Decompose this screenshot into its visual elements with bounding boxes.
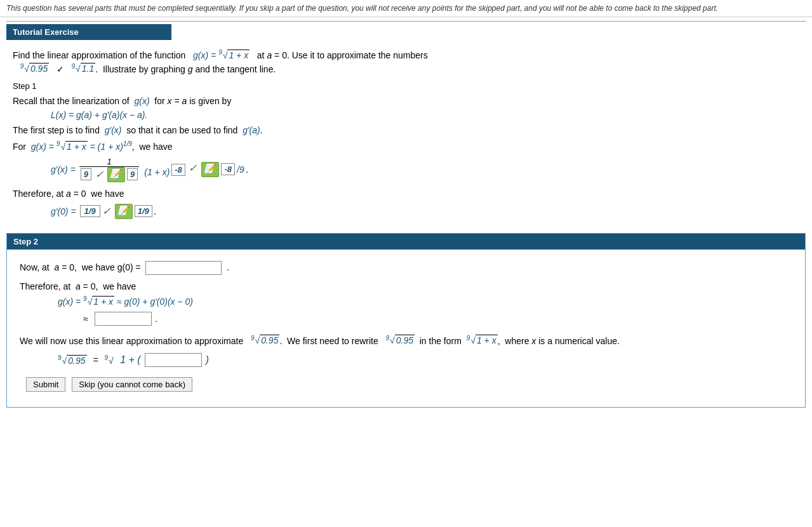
root-equation-line: 9√0.95 = 9√ 1 + ( ) xyxy=(58,353,792,367)
step2-header: Step 2 xyxy=(7,234,805,250)
power-icon[interactable] xyxy=(201,162,219,177)
top-notice: This question has several parts that mus… xyxy=(0,0,812,17)
denominator-editable: 9 xyxy=(127,168,138,180)
skip-button[interactable]: Skip (you cannot come back) xyxy=(72,377,192,392)
gprime-editable: 1/9 xyxy=(135,205,152,217)
gprime-filled: 1/9 xyxy=(80,205,100,217)
step1-line1: Recall that the linearization of g(x) fo… xyxy=(13,96,799,106)
step1-label: Step 1 xyxy=(13,81,799,91)
step1-line2: The first step is to find g′(x) so that … xyxy=(13,125,799,135)
step2-box: Step 2 Now, at a = 0, we have g(0) = . T… xyxy=(6,233,806,408)
denominator-filled: 9 xyxy=(81,168,91,180)
problem-line1: Find the linear approximation of the fun… xyxy=(13,49,799,60)
denom-check: ✓ xyxy=(95,168,103,180)
power-filled: -8 xyxy=(171,164,185,176)
power-editable: -8 xyxy=(221,163,235,175)
gprime-check: ✓ xyxy=(102,205,110,217)
submit-button[interactable]: Submit xyxy=(26,377,65,392)
approx-line: ≈ . xyxy=(83,312,792,326)
step2-line1: Now, at a = 0, we have g(0) = . xyxy=(20,261,792,275)
root-input[interactable] xyxy=(145,353,202,367)
derivative-line: g′(x) = 1 9 ✓ 9 (1 + x) -8 ✓ -8 /9 . xyxy=(51,157,799,182)
power-check: ✓ xyxy=(189,163,197,173)
step2-line2: Therefore, at a = 0, we have xyxy=(20,281,792,291)
frac-numerator: 1 xyxy=(79,157,139,167)
linear-approx-text: We will now use this linear approximatio… xyxy=(20,335,792,346)
gprime-icon[interactable] xyxy=(115,204,133,219)
problem-line2: 9√0.95 ✓ 9√1.1. Illustrate by graphing g… xyxy=(13,63,799,74)
g0-input[interactable] xyxy=(145,261,222,275)
approx-input[interactable] xyxy=(95,312,152,326)
therefore-line: Therefore, at a = 0 we have xyxy=(13,189,799,199)
linearization-formula: L(x) = g(a) + g′(a)(x − a). xyxy=(51,110,799,120)
tutorial-header: Tutorial Exercise xyxy=(6,24,171,40)
button-row: Submit Skip (you cannot come back) xyxy=(20,375,792,394)
step2-formula-g: g(x) = 9√1 + x ≈ g(0) + g′(0)(x − 0) xyxy=(58,295,792,307)
gprime-zero-line: g′(0) = 1/9 ✓ 1/9 . xyxy=(51,204,799,219)
denom-icon[interactable] xyxy=(107,167,125,182)
step1-line3: For g(x) = 9√1 + x = (1 + x)1/9, we have xyxy=(13,140,799,152)
